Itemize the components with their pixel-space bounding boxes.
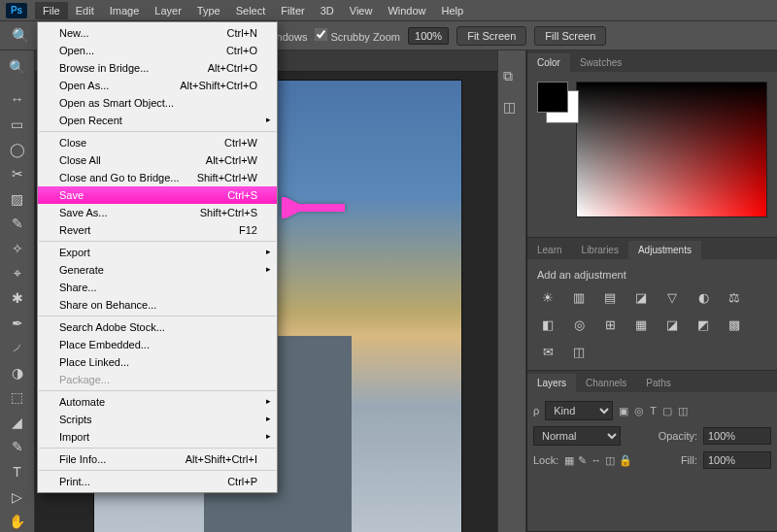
search-icon[interactable]: 🔍 bbox=[5, 56, 30, 78]
lock-icon-2[interactable]: ↔ bbox=[591, 454, 601, 467]
layer-filter-3[interactable]: ▢ bbox=[662, 405, 672, 417]
layers-tab-channels[interactable]: Channels bbox=[576, 374, 636, 392]
menu-item-close-all[interactable]: Close AllAlt+Ctrl+W bbox=[38, 151, 277, 169]
lock-icon-1[interactable]: ✎ bbox=[578, 454, 587, 467]
adjustment-icon-2[interactable]: ▤ bbox=[599, 288, 621, 306]
menu-item-revert[interactable]: RevertF12 bbox=[38, 221, 277, 239]
menu-item-open-as[interactable]: Open As...Alt+Shift+Ctrl+O bbox=[38, 77, 277, 94]
tool-0[interactable]: ↔ bbox=[5, 89, 30, 111]
menu-3d[interactable]: 3D bbox=[313, 2, 342, 19]
opacity-field[interactable]: 100% bbox=[703, 427, 771, 445]
menu-item-open-recent[interactable]: Open Recent bbox=[38, 112, 277, 129]
kind-filter[interactable]: Kind bbox=[545, 401, 613, 420]
menu-layer[interactable]: Layer bbox=[147, 2, 189, 19]
menu-item-open[interactable]: Open...Ctrl+O bbox=[38, 42, 277, 59]
adjust-tab-adjustments[interactable]: Adjustments bbox=[628, 241, 701, 259]
tool-1[interactable]: ▭ bbox=[5, 114, 30, 135]
lock-icon-4[interactable]: 🔒 bbox=[619, 454, 632, 467]
menu-item-save[interactable]: SaveCtrl+S bbox=[38, 186, 277, 204]
tool-4[interactable]: ▨ bbox=[5, 188, 30, 210]
layer-filter-2[interactable]: T bbox=[650, 405, 657, 417]
adjust-tab-libraries[interactable]: Libraries bbox=[572, 241, 628, 259]
tool-16[interactable]: ▷ bbox=[5, 486, 30, 508]
menu-item-new[interactable]: New...Ctrl+N bbox=[38, 24, 277, 42]
tool-15[interactable]: T bbox=[5, 461, 30, 482]
layer-filter-0[interactable]: ▣ bbox=[619, 405, 628, 417]
menu-view[interactable]: View bbox=[342, 2, 381, 19]
tool-3[interactable]: ✂ bbox=[5, 163, 30, 184]
adjustment-icon-10[interactable]: ▦ bbox=[630, 316, 652, 333]
menu-item-print[interactable]: Print...Ctrl+P bbox=[38, 473, 277, 490]
lock-icon-0[interactable]: ▦ bbox=[564, 454, 574, 467]
adjustment-icon-3[interactable]: ◪ bbox=[630, 288, 652, 306]
menu-window[interactable]: Window bbox=[380, 2, 433, 19]
menu-item-generate[interactable]: Generate bbox=[38, 261, 277, 279]
foreground-color[interactable] bbox=[537, 82, 568, 113]
menu-type[interactable]: Type bbox=[189, 2, 228, 19]
adjustment-icon-11[interactable]: ◪ bbox=[661, 316, 683, 333]
blend-mode-select[interactable]: Normal bbox=[533, 426, 621, 446]
kind-search-icon[interactable]: ρ bbox=[533, 405, 539, 416]
menu-image[interactable]: Image bbox=[102, 2, 148, 19]
menu-help[interactable]: Help bbox=[434, 2, 472, 19]
menu-edit[interactable]: Edit bbox=[68, 2, 102, 19]
scrubby-zoom-check[interactable]: Scrubby Zoom bbox=[315, 28, 400, 43]
tool-17[interactable]: ✋ bbox=[5, 511, 30, 532]
layers-tab-layers[interactable]: Layers bbox=[527, 374, 576, 392]
adjust-tab-learn[interactable]: Learn bbox=[527, 241, 572, 259]
menu-item-close-and-go-to-bridge[interactable]: Close and Go to Bridge...Shift+Ctrl+W bbox=[38, 169, 277, 186]
menu-item-automate[interactable]: Automate bbox=[38, 393, 277, 411]
dock-icon-2[interactable]: ◫ bbox=[503, 99, 521, 116]
layers-tab-paths[interactable]: Paths bbox=[636, 374, 681, 392]
lock-icon-3[interactable]: ◫ bbox=[605, 454, 615, 467]
menu-item-file-info[interactable]: File Info...Alt+Shift+Ctrl+I bbox=[38, 450, 277, 468]
tool-12[interactable]: ⬚ bbox=[5, 387, 30, 409]
color-tab-swatches[interactable]: Swatches bbox=[570, 53, 631, 72]
menu-item-browse-in-bridge[interactable]: Browse in Bridge...Alt+Ctrl+O bbox=[38, 59, 277, 77]
menu-item-open-as-smart-object[interactable]: Open as Smart Object... bbox=[38, 94, 277, 112]
adjustment-icon-1[interactable]: ▥ bbox=[568, 288, 590, 306]
adjustment-icon-5[interactable]: ◐ bbox=[693, 288, 714, 306]
adjustment-icon-9[interactable]: ⊞ bbox=[599, 316, 621, 333]
tool-7[interactable]: ⌖ bbox=[5, 263, 30, 284]
menu-item-place-linked[interactable]: Place Linked... bbox=[38, 353, 277, 371]
menu-select[interactable]: Select bbox=[228, 2, 274, 19]
menu-item-share-on-behance[interactable]: Share on Behance... bbox=[38, 296, 277, 314]
menu-item-search-adobe-stock[interactable]: Search Adobe Stock... bbox=[38, 318, 277, 336]
adjustment-icon-8[interactable]: ◎ bbox=[568, 316, 590, 333]
dock-icon-1[interactable]: ⧉ bbox=[503, 68, 521, 85]
tool-11[interactable]: ◑ bbox=[5, 362, 30, 383]
adjustment-icon-0[interactable]: ☀ bbox=[537, 288, 558, 306]
adjustment-icon-14[interactable]: ✉ bbox=[537, 343, 558, 360]
color-spectrum[interactable] bbox=[576, 82, 767, 217]
tool-14[interactable]: ✎ bbox=[5, 437, 30, 458]
menu-item-share[interactable]: Share... bbox=[38, 279, 277, 296]
tool-2[interactable]: ◯ bbox=[5, 139, 30, 160]
menu-item-export[interactable]: Export bbox=[38, 244, 277, 261]
color-tab-color[interactable]: Color bbox=[527, 53, 570, 72]
zoom-level-field[interactable]: 100% bbox=[408, 27, 449, 45]
menu-filter[interactable]: Filter bbox=[273, 2, 312, 19]
fill-screen-button[interactable]: Fill Screen bbox=[534, 26, 606, 46]
layer-filter-4[interactable]: ◫ bbox=[678, 405, 688, 417]
adjustment-icon-13[interactable]: ▩ bbox=[724, 316, 745, 333]
adjustment-icon-4[interactable]: ▽ bbox=[661, 288, 683, 306]
menu-file[interactable]: File bbox=[35, 2, 68, 19]
menu-item-import[interactable]: Import bbox=[38, 428, 277, 446]
fit-screen-button[interactable]: Fit Screen bbox=[456, 26, 526, 46]
adjustment-icon-15[interactable]: ◫ bbox=[568, 343, 590, 360]
tool-6[interactable]: ✧ bbox=[5, 238, 30, 259]
fill-field[interactable]: 100% bbox=[703, 451, 771, 469]
menu-item-save-as[interactable]: Save As...Shift+Ctrl+S bbox=[38, 204, 277, 221]
layer-filter-1[interactable]: ◎ bbox=[634, 405, 644, 417]
tool-5[interactable]: ✎ bbox=[5, 213, 30, 234]
tool-8[interactable]: ✱ bbox=[5, 287, 30, 309]
adjustment-icon-6[interactable]: ⚖ bbox=[724, 288, 745, 306]
tool-13[interactable]: ◢ bbox=[5, 412, 30, 433]
adjustment-icon-12[interactable]: ◩ bbox=[693, 316, 714, 333]
menu-item-place-embedded[interactable]: Place Embedded... bbox=[38, 336, 277, 353]
tool-10[interactable]: ⟋ bbox=[5, 337, 30, 358]
menu-item-scripts[interactable]: Scripts bbox=[38, 411, 277, 428]
menu-item-close[interactable]: CloseCtrl+W bbox=[38, 134, 277, 151]
adjustment-icon-7[interactable]: ◧ bbox=[537, 316, 558, 333]
